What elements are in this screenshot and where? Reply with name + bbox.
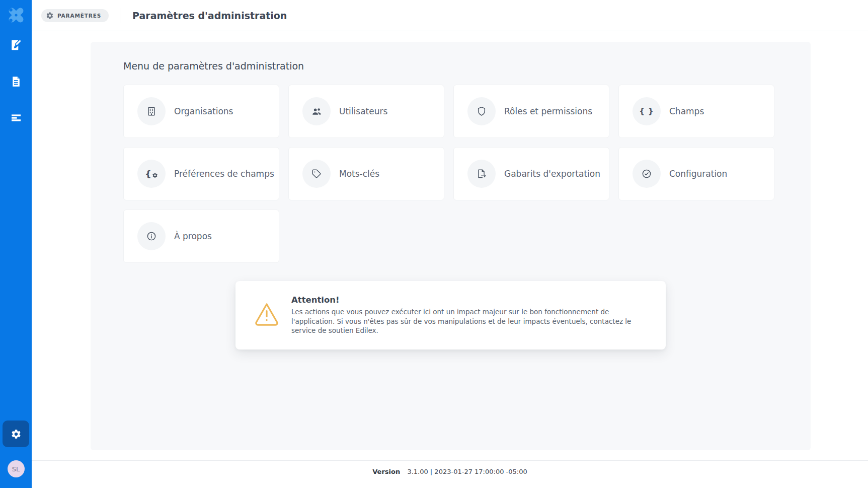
warning-body: Les actions que vous pouvez exécuter ici… — [291, 307, 646, 335]
card-utilisateurs[interactable]: Utilisateurs — [288, 85, 444, 138]
card-label: Utilisateurs — [339, 106, 387, 116]
check-circle-icon — [641, 168, 652, 179]
warning-icon-wrap — [254, 302, 280, 329]
warning-box: Attention! Les actions que vous pouvez e… — [235, 281, 666, 350]
braces-icon: { } — [639, 107, 654, 116]
card-label: Configuration — [669, 169, 727, 179]
warning-triangle-icon — [254, 302, 280, 327]
users-icon — [311, 106, 323, 117]
breadcrumb[interactable]: PARAMÈTRES — [41, 9, 109, 22]
settings-menu-grid: Organisations Utilisateurs — [123, 85, 778, 263]
sidebar-item-list[interactable] — [10, 111, 22, 124]
topbar: PARAMÈTRES Paramètres d'administration — [32, 0, 868, 31]
edit-document-icon — [10, 39, 22, 51]
page-title: Paramètres d'administration — [132, 10, 287, 21]
warning-title: Attention! — [291, 295, 646, 305]
document-lines-icon — [10, 76, 22, 88]
card-icon-circle — [137, 222, 166, 250]
card-label: À propos — [174, 231, 212, 241]
gear-icon — [11, 429, 22, 440]
user-avatar[interactable]: SL — [8, 460, 25, 477]
info-circle-icon — [146, 231, 157, 242]
edilex-logo-icon — [6, 5, 27, 26]
card-preferences-de-champs[interactable]: { Préférences de champs — [123, 147, 279, 200]
export-document-icon — [476, 168, 487, 179]
card-champs[interactable]: { } Champs — [618, 85, 774, 138]
footer: Version 3.1.00 | 2023-01-27 17:00:00 -05… — [32, 461, 868, 475]
app-root: SL PARAMÈTRES Paramètres d'administratio… — [0, 0, 868, 488]
card-label: Gabarits d'exportation — [504, 169, 600, 179]
shield-icon — [476, 106, 487, 117]
card-icon-circle — [302, 97, 331, 125]
gear-icon — [46, 12, 54, 20]
edilex-logo[interactable] — [6, 5, 27, 26]
main-area: PARAMÈTRES Paramètres d'administration M… — [32, 0, 868, 488]
admin-settings-panel: Menu de paramètres d'administration — [91, 42, 811, 450]
sidebar: SL — [0, 0, 32, 488]
card-icon-circle — [467, 160, 496, 188]
card-label: Organisations — [174, 106, 233, 116]
card-icon-circle — [302, 160, 331, 188]
sidebar-item-redaction[interactable] — [10, 39, 22, 51]
card-organisations[interactable]: Organisations — [123, 85, 279, 138]
topbar-divider — [120, 8, 120, 23]
card-configuration[interactable]: Configuration — [618, 147, 774, 200]
card-label: Préférences de champs — [174, 169, 274, 179]
card-mots-cles[interactable]: Mots-clés — [288, 147, 444, 200]
card-icon-circle: { } — [633, 97, 661, 125]
sidebar-nav — [10, 39, 22, 124]
gear-icon — [152, 172, 158, 178]
card-roles-permissions[interactable]: Rôles et permissions — [453, 85, 609, 138]
braces-gear-icon: { — [145, 169, 158, 179]
sidebar-item-documents[interactable] — [10, 75, 22, 88]
card-label: Mots-clés — [339, 169, 379, 179]
card-icon-circle — [633, 160, 661, 188]
panel-heading: Menu de paramètres d'administration — [123, 60, 778, 72]
breadcrumb-label: PARAMÈTRES — [57, 13, 101, 19]
card-icon-circle — [467, 97, 496, 125]
avatar-initials: SL — [12, 465, 20, 473]
card-a-propos[interactable]: À propos — [123, 210, 279, 263]
sidebar-item-settings-active[interactable] — [3, 421, 29, 447]
text-lines-icon — [10, 112, 22, 124]
brace-glyph: { — [145, 169, 151, 179]
card-label: Rôles et permissions — [504, 106, 592, 116]
version-value: 3.1.00 | 2023-01-27 17:00:00 -05:00 — [407, 468, 527, 475]
building-icon — [146, 106, 157, 117]
card-icon-circle — [137, 97, 166, 125]
card-gabarits-exportation[interactable]: Gabarits d'exportation — [453, 147, 609, 200]
tag-icon — [311, 168, 322, 179]
warning-text: Attention! Les actions que vous pouvez e… — [291, 295, 646, 335]
card-icon-circle: { — [137, 160, 166, 188]
card-label: Champs — [669, 106, 704, 116]
version-label: Version — [372, 468, 400, 475]
